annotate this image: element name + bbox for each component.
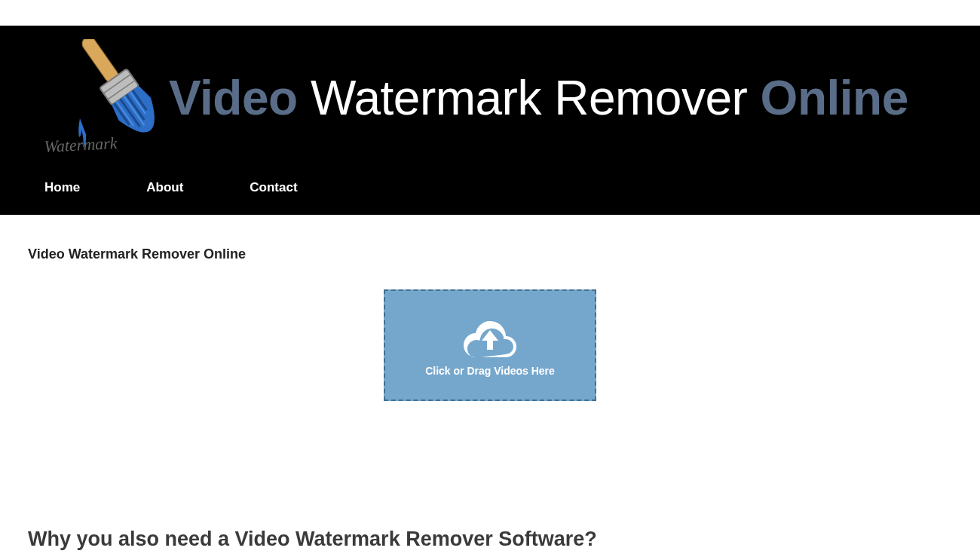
site-title: Video Watermark Remover Online (169, 70, 908, 126)
title-word-online: Online (761, 71, 908, 125)
page-title: Video Watermark Remover Online (28, 246, 980, 262)
header: Watermark Video Watermark Remover Online… (0, 26, 980, 215)
svg-text:Watermark: Watermark (44, 133, 118, 156)
dropzone-label: Click or Drag Videos Here (425, 365, 555, 377)
title-word-video: Video (169, 71, 298, 125)
nav-contact[interactable]: Contact (238, 174, 308, 201)
nav-home[interactable]: Home (33, 174, 91, 201)
why-heading: Why you also need a Video Watermark Remo… (28, 528, 980, 551)
title-word-middle: Watermark Remover (298, 71, 761, 125)
dropzone-wrapper: Click or Drag Videos Here (0, 289, 980, 401)
logo-row: Watermark Video Watermark Remover Online (0, 26, 980, 174)
upload-dropzone[interactable]: Click or Drag Videos Here (384, 289, 596, 401)
cloud-upload-icon (461, 314, 519, 357)
nav: Home About Contact (0, 174, 980, 215)
brush-logo-icon: Watermark (33, 39, 161, 156)
nav-about[interactable]: About (135, 174, 194, 201)
